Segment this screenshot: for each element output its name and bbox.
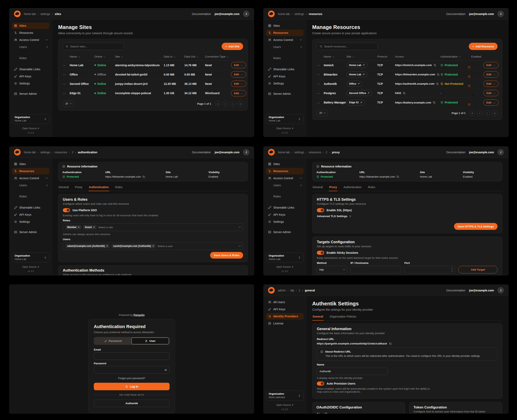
auto-provision-toggle[interactable] [317, 382, 324, 386]
sidebar-item[interactable]: Server Admin [12, 229, 49, 235]
site-pill[interactable]: Edge 01↗ [346, 100, 365, 105]
edit-button[interactable]: Edit→ [483, 99, 499, 106]
open-source-link[interactable]: Open Source ↗ [12, 127, 49, 130]
sidebar-item[interactable]: Shareable Links [12, 204, 49, 211]
login-button[interactable]: Log In [94, 383, 170, 390]
password-field[interactable] [94, 366, 170, 374]
sidebar-item[interactable]: Users [266, 44, 304, 50]
column-header[interactable]: Name↑↓ [324, 55, 346, 58]
add-resource-button[interactable]: + Add Resource [469, 43, 498, 50]
pangolin-logo-icon[interactable] [268, 11, 275, 17]
user-email[interactable]: joe@example.com [214, 151, 239, 154]
sidebar-item[interactable]: Server Admin [12, 90, 49, 97]
column-header[interactable]: Connection Type↑↓ [205, 55, 231, 58]
last-page-button[interactable]: » [237, 101, 243, 106]
copy-icon[interactable] [436, 82, 439, 85]
column-header[interactable]: Online↑↓ [94, 55, 115, 58]
breadcrumb-item[interactable]: idp [286, 289, 294, 292]
sidebar-item[interactable]: Roles [266, 193, 304, 200]
tab-authentication[interactable]: Authentication [89, 184, 109, 191]
column-header[interactable]: Data In↑↓ [164, 55, 184, 58]
edit-button[interactable]: Edit→ [231, 90, 246, 96]
open-source-link[interactable]: Open Source ↗ [266, 404, 304, 406]
forgot-password-link[interactable]: Forgot your password? [94, 377, 170, 380]
sidebar-item[interactable]: Roles [12, 193, 49, 200]
column-header[interactable]: Authentication↑↓ [441, 55, 471, 58]
sidebar-item[interactable]: Access Control [266, 175, 304, 181]
breadcrumb-item[interactable]: settings [290, 12, 304, 15]
stepper-icon[interactable] [451, 268, 453, 271]
ip-hostname-input[interactable] [350, 266, 401, 273]
sidebar-item[interactable]: Roles [12, 55, 49, 61]
row-menu-icon[interactable]: ··· [317, 73, 324, 76]
user-chip[interactable]: sarah@example.com (Authentik)× [111, 244, 156, 248]
search-input[interactable]: Search resources... [317, 43, 378, 50]
sidebar-item[interactable]: Resources [12, 168, 49, 174]
email-field[interactable] [94, 352, 170, 360]
breadcrumb-item[interactable]: resources [50, 151, 67, 154]
last-page-button[interactable]: » [492, 110, 498, 116]
edit-button[interactable]: Edit→ [231, 62, 246, 68]
documentation-link[interactable]: Documentation [192, 151, 211, 154]
sidebar-item[interactable]: Settings [266, 218, 304, 225]
tab-authentication[interactable]: Authentication [343, 184, 362, 191]
documentation-link[interactable]: Documentation [446, 12, 465, 15]
platform-sso-toggle[interactable] [63, 208, 70, 212]
breadcrumb-item[interactable]: 1 [294, 289, 300, 292]
breadcrumb-item[interactable]: resources [304, 151, 321, 154]
row-menu-icon[interactable]: ··· [317, 101, 324, 104]
documentation-link[interactable]: Documentation [446, 151, 465, 154]
pangolin-logo-icon[interactable] [268, 287, 275, 294]
sidebar-item[interactable]: API Keys [266, 306, 304, 313]
copy-icon[interactable] [142, 175, 145, 178]
row-menu-icon[interactable]: ··· [317, 91, 324, 95]
tab-org-policies[interactable]: Organization Policies [329, 313, 357, 320]
tab-proxy[interactable]: Proxy [329, 184, 337, 191]
avatar[interactable]: J [498, 11, 504, 17]
tab-general[interactable]: General [58, 184, 69, 191]
port-input[interactable] [404, 266, 455, 273]
tab-password[interactable]: Password [94, 338, 131, 344]
sidebar-item[interactable]: Shareable Links [12, 66, 49, 73]
role-chip[interactable]: Guest× [83, 225, 96, 229]
pangolin-logo-icon[interactable] [268, 149, 275, 156]
user-chip[interactable]: adam@example.com (Authentik)× [65, 244, 110, 248]
eye-icon[interactable] [164, 368, 167, 371]
first-page-button[interactable]: « [469, 110, 475, 116]
first-page-button[interactable]: « [215, 101, 220, 106]
user-email[interactable]: joe@example.com [214, 12, 239, 15]
remove-chip-icon[interactable]: × [106, 245, 108, 248]
users-multiselect[interactable]: adam@example.com (Authentik)× sarah@exam… [63, 242, 243, 250]
row-menu-icon[interactable]: ··· [317, 63, 324, 67]
user-email[interactable]: joe@example.com [469, 12, 494, 15]
page-size-select[interactable]: 20 [317, 110, 328, 116]
breadcrumb-item[interactable]: home-lab [24, 151, 36, 154]
tab-general[interactable]: General [312, 184, 323, 191]
edit-button[interactable]: Edit→ [231, 81, 246, 87]
tab-general[interactable]: General [312, 313, 324, 321]
breadcrumb-item[interactable]: 2 [67, 151, 73, 154]
documentation-link[interactable]: Documentation [446, 289, 465, 292]
org-selector[interactable]: OrganizationNone selected [266, 391, 304, 401]
edit-button[interactable]: Edit→ [483, 62, 499, 68]
breadcrumb-item[interactable]: settings [290, 151, 304, 154]
pangolin-link[interactable]: Pangolin [134, 314, 145, 316]
copy-icon[interactable] [433, 101, 436, 104]
prev-page-button[interactable]: ‹ [477, 110, 483, 116]
pangolin-logo-icon[interactable] [14, 149, 21, 156]
name-input[interactable] [317, 368, 388, 375]
breadcrumb-item[interactable]: 2 [321, 151, 327, 154]
sidebar-item[interactable]: All Users [266, 299, 304, 305]
sidebar-item[interactable]: Roles [266, 55, 304, 61]
advanced-tls-settings[interactable]: Advanced TLS Settings [317, 215, 498, 218]
org-selector[interactable]: OrganizationHome Lab [266, 114, 304, 124]
sticky-sessions-toggle[interactable] [317, 251, 324, 255]
sidebar-item[interactable]: Access Control [266, 37, 304, 43]
open-source-link[interactable]: Open Source ↗ [266, 265, 304, 268]
sidebar-item[interactable]: License [266, 320, 304, 327]
breadcrumb-item[interactable]: home-lab [278, 151, 290, 154]
breadcrumb-item[interactable]: home-lab [278, 12, 290, 15]
open-source-link[interactable]: Open Source ↗ [12, 265, 49, 268]
tab-proxy[interactable]: Proxy [75, 184, 83, 191]
breadcrumb-item[interactable]: admin [278, 289, 286, 292]
